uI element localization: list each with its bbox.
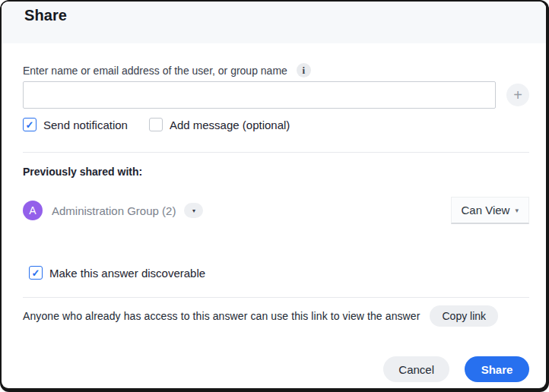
previously-shared-heading: Previously shared with: [23, 166, 529, 178]
share-link-text: Anyone who already has access to this an… [23, 310, 420, 322]
checkmark-icon: ✓ [32, 267, 40, 279]
share-link-row: Anyone who already has access to this an… [23, 305, 529, 327]
notification-options-row: ✓ Send notification Add message (optiona… [23, 118, 529, 131]
recipient-label-row: Enter name or email address of the user,… [23, 63, 529, 77]
recipient-field-label: Enter name or email address of the user,… [23, 65, 287, 77]
add-message-label: Add message (optional) [170, 119, 290, 131]
chevron-down-icon: ▾ [515, 207, 519, 214]
send-notification-checkbox[interactable]: ✓ [23, 118, 36, 131]
share-button[interactable]: Share [465, 356, 529, 382]
permission-dropdown[interactable]: Can View ▾ [451, 197, 529, 224]
dialog-footer: Cancel Share [23, 356, 529, 382]
divider [23, 297, 529, 298]
divider [23, 152, 529, 153]
expand-group-button[interactable]: ▾ [184, 203, 203, 218]
add-message-option[interactable]: Add message (optional) [149, 118, 290, 131]
copy-link-button[interactable]: Copy link [430, 305, 498, 327]
avatar: A [23, 201, 43, 220]
dialog-body: Enter name or email address of the user,… [2, 43, 546, 388]
dialog-title: Share [24, 7, 546, 24]
cancel-button[interactable]: Cancel [383, 356, 449, 382]
share-dialog: Share Enter name or email address of the… [2, 2, 546, 388]
discoverable-option[interactable]: ✓ Make this answer discoverable [29, 266, 529, 280]
discoverable-label: Make this answer discoverable [49, 267, 205, 280]
add-message-checkbox[interactable] [149, 118, 163, 131]
send-notification-label: Send notification [43, 119, 128, 131]
recipient-input-row: + [23, 81, 529, 109]
recipient-input[interactable] [23, 81, 496, 109]
shared-entry-row: A Administration Group (2) ▾ Can View ▾ [23, 197, 529, 224]
checkmark-icon: ✓ [26, 119, 34, 131]
info-icon[interactable]: i [297, 63, 311, 77]
send-notification-option[interactable]: ✓ Send notification [23, 118, 128, 131]
dialog-header: Share [2, 2, 546, 43]
plus-icon: + [513, 87, 522, 103]
add-recipient-button[interactable]: + [506, 84, 529, 106]
chevron-down-icon: ▾ [192, 207, 195, 214]
permission-label: Can View [462, 204, 510, 217]
shared-group-name: Administration Group (2) [52, 204, 176, 217]
dialog-shadow-frame: Share Enter name or email address of the… [0, 0, 549, 392]
discoverable-checkbox[interactable]: ✓ [29, 266, 43, 280]
